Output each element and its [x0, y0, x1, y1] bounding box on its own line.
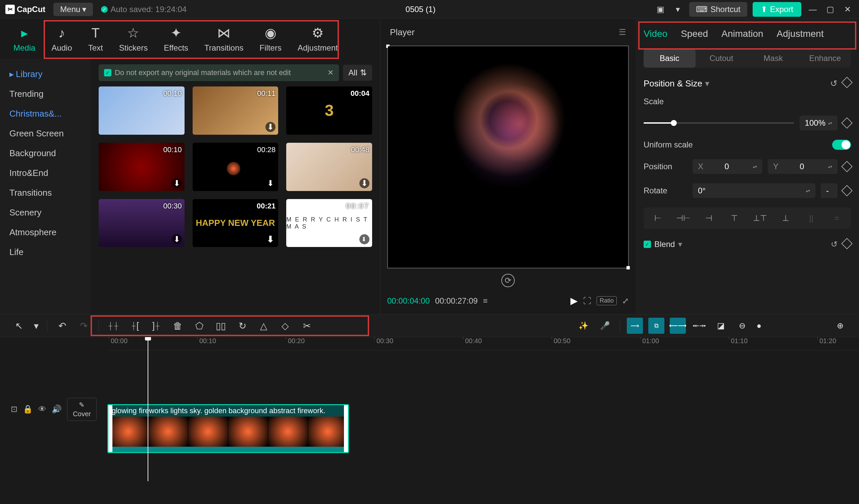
y-input[interactable]: Y 0 ▴▾ — [768, 159, 838, 174]
tab-filters[interactable]: ◉ Filters — [252, 25, 290, 52]
subtab-cutout[interactable]: Cutout — [696, 49, 748, 68]
magnet-snap[interactable]: ⟵⟶ — [670, 318, 686, 334]
zoom-in[interactable]: ⊕ — [832, 318, 848, 334]
keyframe-icon[interactable] — [841, 77, 853, 88]
rotate-extra[interactable]: - — [821, 183, 838, 198]
sidebar-item-trending[interactable]: Trending — [0, 84, 91, 104]
download-icon[interactable]: ⬇ — [359, 234, 370, 244]
undo-button[interactable]: ↶ — [54, 318, 70, 334]
close-button[interactable]: ✕ — [842, 3, 854, 15]
video-clip[interactable]: glowing fireworks lights sky. golden bac… — [107, 404, 349, 453]
media-item[interactable]: 00:28 ⬇ — [193, 143, 278, 191]
stepper-icon[interactable]: ▴▾ — [828, 164, 832, 169]
media-item[interactable]: 00:10 — [99, 86, 184, 135]
cover-button[interactable]: ✎ Cover — [67, 398, 96, 421]
keyframe-icon[interactable] — [841, 185, 853, 196]
fullscreen-icon[interactable]: ⤢ — [622, 296, 629, 305]
download-icon[interactable]: ⬇ — [266, 234, 275, 244]
stepper-icon[interactable]: ▴▾ — [828, 121, 832, 125]
scale-input[interactable]: 100% ▴▾ — [800, 115, 838, 130]
media-item[interactable]: HAPPY NEW YEAR 00:21 ⬇ — [193, 199, 278, 247]
select-dropdown[interactable]: ▾ — [32, 318, 40, 334]
sidebar-item-introend[interactable]: Intro&End — [0, 163, 91, 183]
magnet-on[interactable]: ⟿ — [627, 318, 643, 334]
download-icon[interactable]: ⬇ — [359, 178, 370, 188]
rotate-input[interactable]: 0° ▴▾ — [693, 183, 815, 198]
tab-animation[interactable]: Animation — [721, 29, 763, 39]
player-menu-icon[interactable]: ☰ — [619, 28, 626, 37]
reverse-tool[interactable]: ↻ — [234, 318, 250, 334]
playhead[interactable] — [148, 337, 148, 481]
tab-stickers[interactable]: ☆ Stickers — [111, 25, 156, 52]
minimize-button[interactable]: — — [807, 3, 819, 15]
scale-slider[interactable] — [644, 122, 794, 124]
split-right-tool[interactable]: ]⟊ — [148, 318, 164, 334]
stepper-icon[interactable]: ▴▾ — [753, 164, 757, 169]
align-left[interactable]: ⊢ — [646, 210, 669, 226]
mic-tool[interactable]: 🎤 — [597, 318, 613, 334]
layout-icon[interactable]: ▣ — [654, 3, 666, 15]
subtab-mask[interactable]: Mask — [747, 49, 799, 68]
redo-button[interactable]: ↷ — [75, 318, 92, 334]
clip-handle-right[interactable] — [344, 405, 348, 452]
chevron-down-icon[interactable]: ▾ — [705, 78, 709, 89]
media-item[interactable]: 3 00:04 — [286, 86, 372, 135]
sidebar-item-scenery[interactable]: Scenery — [0, 203, 91, 222]
sync-button[interactable]: ⟳ — [501, 274, 515, 287]
keyframe-icon[interactable] — [841, 117, 853, 129]
sidebar-library[interactable]: ▸ Library — [0, 64, 91, 84]
tab-audio[interactable]: ♪ Audio — [43, 26, 80, 52]
sidebar-item-transitions[interactable]: Transitions — [0, 183, 91, 203]
zoom-out[interactable]: ⊖ — [734, 318, 750, 334]
check-icon[interactable]: ✓ — [644, 241, 651, 248]
stepper-icon[interactable]: ▴▾ — [806, 188, 810, 193]
snap-tool[interactable]: ⤝⤞ — [691, 318, 707, 334]
align-center-h[interactable]: ⊣⊢ — [672, 210, 695, 226]
player-viewport[interactable] — [387, 46, 629, 268]
tab-transitions[interactable]: ⋈ Transitions — [196, 25, 251, 52]
sidebar-item-atmosphere[interactable]: Atmosphere — [0, 222, 91, 242]
sidebar-item-greenscreen[interactable]: Green Screen — [0, 124, 91, 143]
tab-video[interactable]: Video — [644, 29, 667, 39]
align-right[interactable]: ⊣ — [698, 210, 720, 226]
tab-effects[interactable]: ✦ Effects — [156, 25, 196, 52]
shortcut-button[interactable]: ⌨ Shortcut — [689, 2, 747, 17]
magic-tool[interactable]: ✨ — [575, 318, 591, 334]
preview-tool[interactable]: ◪ — [713, 318, 729, 334]
tracks[interactable]: glowing fireworks lights sky. golden bac… — [107, 350, 859, 481]
mirror-tool[interactable]: △ — [256, 318, 272, 334]
timeline-main[interactable]: 00:00 00:10 00:20 00:30 00:40 00:50 01:0… — [107, 337, 859, 481]
close-icon[interactable]: ✕ — [328, 68, 333, 77]
align-top[interactable]: ⊤ — [723, 210, 746, 226]
track-marker-icon[interactable]: ⊡ — [11, 405, 17, 414]
tab-adjustment[interactable]: ⚙ Adjustment — [290, 25, 346, 52]
play-button[interactable]: ▶ — [570, 295, 578, 306]
split-left-tool[interactable]: ⟊[ — [127, 318, 143, 334]
maximize-button[interactable]: ▢ — [824, 3, 836, 15]
sidebar-item-christmas[interactable]: Christmas&... — [0, 104, 91, 124]
media-item[interactable]: M E R R Y C H R I S T M A S 00:07 ⬇ — [286, 199, 372, 247]
tab-media[interactable]: ▸ Media — [5, 25, 43, 52]
rotate-tool[interactable]: ◇ — [277, 318, 293, 334]
lock-icon[interactable]: 🔒 — [23, 405, 33, 414]
download-icon[interactable]: ⬇ — [172, 178, 182, 188]
media-item[interactable]: 00:48 ⬇ — [286, 143, 372, 191]
download-icon[interactable]: ⬇ — [266, 122, 275, 132]
split-tool[interactable]: ⟊⟊ — [105, 318, 121, 334]
reset-icon[interactable]: ↺ — [830, 78, 838, 89]
chevron-down-icon[interactable]: ▾ — [678, 240, 682, 249]
media-item[interactable]: 00:30 ⬇ — [99, 199, 184, 247]
x-input[interactable]: X 0 ▴▾ — [693, 159, 762, 174]
shield-tool[interactable]: ⬠ — [191, 318, 207, 334]
download-icon[interactable]: ⬇ — [172, 234, 182, 244]
zoom-slider[interactable]: ● — [756, 318, 762, 334]
media-item[interactable]: 00:11 ⬇ — [193, 86, 278, 135]
keyframe-icon[interactable] — [841, 238, 853, 249]
filter-button[interactable]: All ⇅ — [343, 65, 372, 81]
fullframe-icon[interactable]: ⛶ — [583, 296, 591, 305]
dropdown-icon[interactable]: ▾ — [672, 3, 684, 15]
tab-speed[interactable]: Speed — [681, 29, 708, 39]
tab-text[interactable]: T Text — [80, 26, 111, 52]
select-tool[interactable]: ↖ — [11, 318, 27, 334]
eye-icon[interactable]: 👁 — [38, 405, 46, 414]
